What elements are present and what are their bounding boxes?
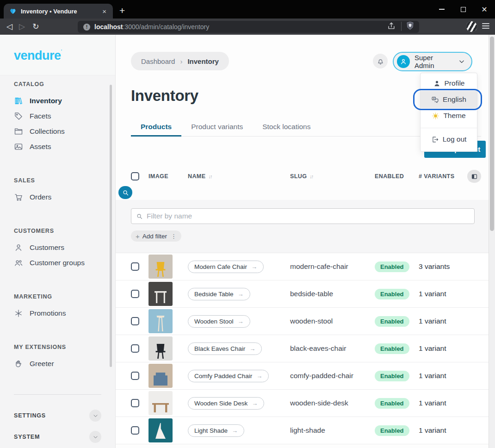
add-filter-button[interactable]: + Add filter ⋮ bbox=[131, 230, 181, 242]
chevron-down-icon bbox=[458, 58, 465, 65]
sidebar-group-system[interactable]: SYSTEM bbox=[0, 426, 115, 448]
menu-item-log-out[interactable]: Log out bbox=[421, 132, 477, 147]
product-thumbnail bbox=[148, 336, 173, 361]
breadcrumb[interactable]: Dashboard › Inventory bbox=[131, 52, 229, 70]
variant-count: 1 variant bbox=[419, 399, 475, 407]
address-bar[interactable]: ! localhost:3000/admin/catalog/inventory bbox=[78, 21, 419, 33]
product-name-link[interactable]: Bedside Table→ bbox=[188, 288, 250, 300]
share-icon[interactable] bbox=[387, 21, 396, 32]
browser-tab[interactable]: Inventory • Vendure × bbox=[4, 4, 113, 19]
search-toggle-button[interactable] bbox=[118, 186, 132, 199]
row-checkbox[interactable] bbox=[131, 317, 139, 325]
notifications-button[interactable] bbox=[373, 54, 388, 68]
window-close-button[interactable]: ✕ bbox=[474, 0, 495, 19]
variant-count: 1 variant bbox=[419, 344, 475, 353]
product-name-link[interactable]: Modern Cafe Chair→ bbox=[188, 261, 264, 273]
table-row: Black Eaves Chair→black-eaves-chairEnabl… bbox=[116, 335, 489, 362]
menu-item-theme[interactable]: Theme bbox=[421, 108, 477, 123]
sidebar-item-collections[interactable]: Collections bbox=[0, 124, 115, 139]
column-header-name[interactable]: NAME↓↑ bbox=[188, 173, 290, 180]
nav-section: SALESOrders bbox=[0, 177, 115, 205]
row-checkbox[interactable] bbox=[131, 426, 139, 435]
tab-products[interactable]: Products bbox=[131, 118, 181, 137]
chevron-down-icon[interactable] bbox=[89, 431, 101, 443]
site-info-icon[interactable]: ! bbox=[83, 24, 90, 31]
back-button[interactable]: ◁ bbox=[6, 22, 12, 31]
status-badge: Enabled bbox=[375, 425, 409, 436]
nav-section-heading: MY EXTENSIONS bbox=[14, 344, 115, 351]
app-frame: vendure’ CATALOGInventoryFacetsCollectio… bbox=[0, 35, 495, 448]
chevron-down-icon[interactable] bbox=[89, 410, 101, 422]
sidebar-item-promotions[interactable]: Promotions bbox=[0, 305, 115, 321]
status-badge: Enabled bbox=[375, 398, 409, 409]
forward-button[interactable]: ▷ bbox=[19, 22, 25, 31]
toolbar-separator bbox=[401, 22, 402, 31]
reload-button[interactable]: ↻ bbox=[32, 22, 39, 31]
breadcrumb-inventory[interactable]: Inventory bbox=[187, 57, 219, 65]
filter-input[interactable] bbox=[147, 212, 470, 220]
product-name-link[interactable]: Light Shade→ bbox=[188, 424, 244, 437]
row-checkbox[interactable] bbox=[131, 372, 139, 380]
sidebar-item-orders[interactable]: Orders bbox=[0, 189, 115, 205]
vendure-logo[interactable]: vendure’ bbox=[0, 35, 115, 75]
sort-icon[interactable]: ↓↑ bbox=[208, 174, 211, 179]
sidebar-item-inventory[interactable]: Inventory bbox=[0, 93, 115, 108]
scrollbar-thumb[interactable] bbox=[490, 37, 494, 231]
tab-stock-locations[interactable]: Stock locations bbox=[253, 118, 320, 137]
sort-icon[interactable]: ↓↑ bbox=[309, 174, 313, 179]
menu-divider bbox=[421, 128, 477, 128]
new-tab-button[interactable]: + bbox=[119, 5, 125, 16]
column-header-slug[interactable]: SLUG↓↑ bbox=[290, 173, 375, 180]
column-picker-button[interactable] bbox=[467, 170, 481, 183]
tab-product-variants[interactable]: Product variants bbox=[181, 118, 253, 137]
table-row: Wooden Side Desk→wooden-side-deskEnabled… bbox=[116, 390, 489, 417]
sidebar-item-customers[interactable]: Customers bbox=[0, 240, 115, 255]
browser-menu-icon[interactable] bbox=[482, 23, 489, 30]
menu-item-english[interactable]: AEnglish bbox=[421, 91, 477, 108]
product-name-link[interactable]: Wooden Side Desk→ bbox=[188, 397, 264, 410]
sidebar-item-label: Facets bbox=[30, 112, 51, 120]
product-thumbnail bbox=[148, 255, 173, 279]
sidebar-item-facets[interactable]: Facets bbox=[0, 108, 115, 124]
sidebar-item-label: Customer groups bbox=[30, 259, 85, 267]
status-badge: Enabled bbox=[375, 261, 409, 272]
breadcrumb-dashboard[interactable]: Dashboard bbox=[141, 57, 175, 65]
hand-icon bbox=[14, 359, 23, 368]
sidebar-item-customer-groups[interactable]: Customer groups bbox=[0, 255, 115, 270]
product-thumbnail bbox=[148, 418, 173, 442]
product-slug: comfy-padded-chair bbox=[290, 372, 375, 380]
profile-icon bbox=[433, 80, 441, 87]
sidebar-scrollbar[interactable] bbox=[110, 85, 112, 367]
product-name-link[interactable]: Wooden Stool→ bbox=[188, 315, 250, 328]
sidebar-item-greeter[interactable]: Greeter bbox=[0, 356, 115, 371]
row-checkbox[interactable] bbox=[131, 262, 139, 271]
product-name-link[interactable]: Black Eaves Chair→ bbox=[188, 342, 262, 355]
kebab-menu-icon[interactable]: ⋮ bbox=[171, 233, 177, 240]
status-badge: Enabled bbox=[375, 316, 409, 327]
product-name-link[interactable]: Comfy Padded Chair→ bbox=[188, 370, 269, 382]
status-badge: Enabled bbox=[375, 289, 409, 299]
row-checkbox[interactable] bbox=[131, 399, 139, 407]
select-all-checkbox[interactable] bbox=[131, 172, 139, 180]
brave-shield-icon[interactable] bbox=[405, 21, 415, 32]
browser-profile-avatar[interactable] bbox=[466, 21, 477, 32]
tab-close-icon[interactable]: × bbox=[100, 7, 108, 16]
product-name: Modern Cafe Chair bbox=[194, 263, 247, 270]
page-scrollbar[interactable] bbox=[489, 35, 495, 448]
table-row: Modern Cafe Chair→modern-cafe-chairEnabl… bbox=[116, 253, 489, 280]
user-menu-button[interactable]: Super Admin bbox=[393, 52, 472, 71]
page-title: Inventory bbox=[131, 87, 198, 105]
sidebar-group-settings[interactable]: SETTINGS bbox=[0, 405, 115, 426]
menu-item-profile[interactable]: Profile bbox=[421, 76, 477, 91]
window-minimize-button[interactable] bbox=[431, 0, 452, 19]
nav-sections: CATALOGInventoryFacetsCollectionsAssetsS… bbox=[0, 75, 115, 448]
product-name: Wooden Stool bbox=[194, 318, 234, 325]
column-header-variants: # VARIANTS bbox=[419, 173, 475, 180]
arrow-right-icon: → bbox=[252, 400, 258, 407]
sidebar-item-assets[interactable]: Assets bbox=[0, 139, 115, 154]
row-checkbox[interactable] bbox=[131, 344, 139, 353]
window-maximize-button[interactable] bbox=[452, 0, 474, 19]
row-checkbox[interactable] bbox=[131, 290, 139, 298]
asterisk-icon bbox=[14, 309, 23, 318]
table-row: Light Shade→light-shadeEnabled1 variant bbox=[116, 417, 489, 444]
